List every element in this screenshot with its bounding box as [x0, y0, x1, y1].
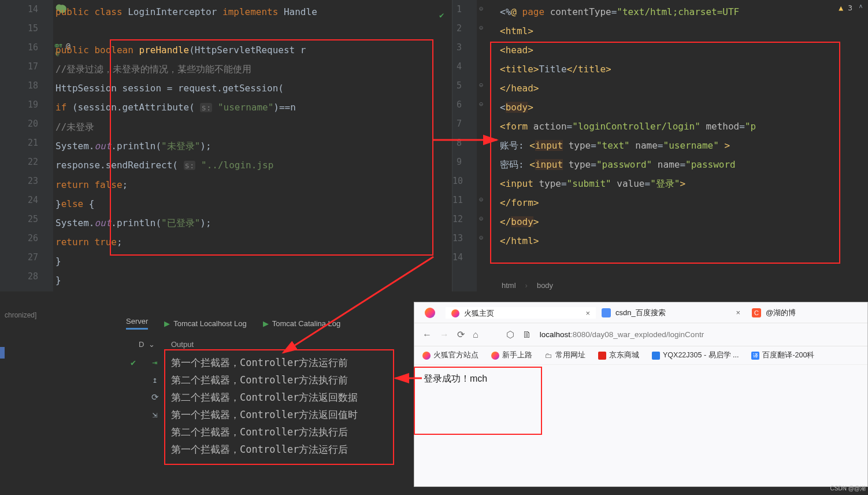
url-bar[interactable]: localhost:8080/day08_war_exploded/loginC… [540, 330, 859, 339]
reload-button[interactable]: ⟳ [457, 329, 465, 340]
sync-status: chronized] [0, 306, 110, 324]
tab-tomcat-localhost-log[interactable]: ▶Tomcat Localhost Log [164, 319, 246, 328]
close-icon[interactable]: × [736, 308, 740, 317]
play-icon: ▶ [164, 319, 170, 328]
watermark: CSDN @@湖 [830, 485, 866, 493]
bookmark-item[interactable]: 🗀常用网址 [545, 350, 585, 360]
firefox-logo-icon [414, 308, 446, 318]
editor-left-java[interactable]: 14⬤1516o↑ @171819202122232425262728⬤ o↑ … [0, 0, 452, 292]
page-body: 登录成功！mch [414, 365, 867, 393]
run-selection-bar [0, 347, 5, 359]
browser-tab-3[interactable]: C @湖的博 [746, 308, 815, 318]
breadcrumb[interactable]: html›body [497, 281, 558, 290]
bookmark-item[interactable]: 火狐官方站点 [422, 350, 478, 360]
run-ok-icon: ✔ [131, 357, 136, 368]
shield-icon[interactable]: ⬡ [506, 329, 514, 340]
warning-count: 3 [848, 3, 852, 12]
console-tabs: Server ▶Tomcat Localhost Log ▶Tomcat Cat… [126, 317, 340, 330]
firefox-icon [451, 309, 459, 317]
tab-tomcat-catalina-log[interactable]: ▶Tomcat Catalina Log [263, 319, 341, 328]
bookmark-item[interactable]: 新手上路 [491, 350, 532, 360]
browser-tab-1[interactable]: 火狐主页 × [446, 307, 596, 319]
home-button[interactable]: ⌂ [473, 330, 478, 340]
browser-toolbar: ← → ⟳ ⌂ ⬡ 🗎 localhost:8080/day08_war_exp… [414, 323, 867, 346]
console-toolbar: ⇥ ↥ ⟳ ⇲ [148, 354, 162, 423]
step-icon[interactable]: ⇥ [148, 354, 162, 371]
analysis-ok-icon: ✔ [439, 10, 444, 20]
close-icon[interactable]: × [585, 309, 590, 317]
bookmark-item[interactable]: 京东商城 [598, 350, 639, 360]
run-config-area: chronized] [0, 306, 110, 324]
forward-button[interactable]: → [440, 330, 449, 340]
tab-server[interactable]: Server [126, 317, 148, 330]
debugger-d[interactable]: D ⌄ [139, 340, 155, 349]
code-area-right[interactable]: <%@ page contentType="text/html;charset=… [498, 0, 868, 292]
bookmark-item[interactable]: YQX22J305 - 易启学 ... [652, 350, 739, 360]
gutter-left[interactable]: 14⬤1516o↑ @171819202122232425262728⬤ o↑ … [0, 0, 53, 292]
reload-icon[interactable]: ⟳ [148, 389, 162, 406]
breadcrumb-html[interactable]: html [497, 281, 521, 290]
export-icon[interactable]: ⇲ [148, 406, 162, 423]
warning-icon[interactable]: ▲ [839, 3, 843, 12]
browser-tab-2[interactable]: csdn_百度搜索 × [596, 308, 746, 318]
baidu-paw-icon [602, 308, 611, 317]
firefox-window: 火狐主页 × csdn_百度搜索 × C @湖的博 ← → ⟳ ⌂ ⬡ 🗎 lo… [414, 302, 868, 487]
breadcrumb-body[interactable]: body [532, 281, 558, 290]
code-area-left[interactable]: public class LoginInterceptor implements… [53, 0, 452, 292]
gutter-right[interactable]: 1234567891011121314⊖⊖⊖⊖⊖⊖⊖ [452, 0, 477, 292]
tab-title: csdn_百度搜索 [615, 308, 666, 318]
output-header: Output [171, 340, 194, 349]
back-button[interactable]: ← [422, 330, 432, 340]
split-editor: 14⬤1516o↑ @171819202122232425262728⬤ o↑ … [0, 0, 868, 292]
fold-up-icon[interactable]: ＾ [857, 2, 865, 13]
bookmark-item[interactable]: 译百度翻译-200科 [751, 350, 814, 360]
tab-title: @湖的博 [766, 308, 796, 318]
page-info-icon[interactable]: 🗎 [522, 330, 532, 340]
tab-title: 火狐主页 [464, 308, 494, 319]
browser-tabstrip: 火狐主页 × csdn_百度搜索 × C @湖的博 [414, 302, 867, 323]
up-icon[interactable]: ↥ [148, 371, 162, 389]
console-output[interactable]: 第一个拦截器，Controller方法运行前第二个拦截器，Controller方… [171, 354, 358, 458]
bookmarks-bar: 火狐官方站点新手上路🗀常用网址京东商城YQX22J305 - 易启学 ...译百… [414, 346, 867, 365]
csdn-icon: C [752, 308, 761, 317]
editor-right-jsp[interactable]: 1234567891011121314⊖⊖⊖⊖⊖⊖⊖ <%@ page cont… [452, 0, 868, 292]
play-icon: ▶ [263, 319, 269, 328]
login-success-text: 登录成功！mch [424, 374, 487, 383]
